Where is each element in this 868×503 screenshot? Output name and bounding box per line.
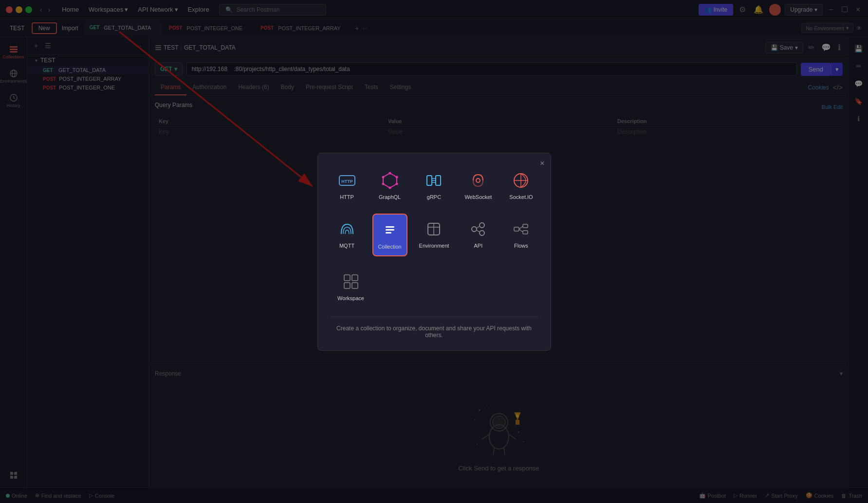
panel-more-button[interactable]: ··· <box>134 41 144 51</box>
tab-headers[interactable]: Headers (6) <box>232 80 275 95</box>
sidebar-item-environments[interactable]: Environments <box>2 65 25 88</box>
notification-icon[interactable]: 🔔 <box>752 3 765 16</box>
request-get-total-data[interactable]: GET GET_TOTAL_DATA <box>27 66 148 74</box>
status-online[interactable]: Online <box>6 493 27 499</box>
url-input[interactable] <box>186 62 797 76</box>
right-comment-icon[interactable]: 💬 <box>851 76 867 91</box>
modal-item-flows[interactable]: Flows <box>503 214 538 256</box>
svg-point-15 <box>493 416 505 429</box>
nav-api-network[interactable]: API Network ▾ <box>134 4 182 15</box>
svg-point-31 <box>388 172 391 174</box>
status-start-proxy[interactable]: ↗ Start Proxy <box>765 492 797 499</box>
search-bar[interactable]: 🔍 Search Postman <box>219 4 326 16</box>
invite-button[interactable]: 👥 Invite <box>699 4 734 16</box>
find-replace-icon: ⊕ <box>35 492 39 499</box>
window-close-icon[interactable]: × <box>854 3 862 16</box>
status-find-replace[interactable]: ⊕ Find and replace <box>35 492 81 499</box>
svg-point-42 <box>476 179 480 182</box>
window-restore-icon[interactable]: ☐ <box>839 3 850 16</box>
tab-settings[interactable]: Settings <box>384 80 417 95</box>
modal-item-grpc[interactable]: gRPC <box>415 165 453 206</box>
bulk-edit-link[interactable]: Bulk Edit <box>822 104 843 110</box>
env-selector[interactable]: No Environment ▾ <box>801 23 853 33</box>
tab-params[interactable]: Params <box>155 80 186 95</box>
tab-method-get: GET <box>88 24 101 31</box>
tab-name: POST_INTEGER_ONE <box>186 25 242 31</box>
window-minimize-icon[interactable]: − <box>827 3 835 16</box>
modal-item-websocket[interactable]: WebSocket <box>461 165 496 206</box>
search-placeholder: Search Postman <box>237 6 280 13</box>
nav-explore[interactable]: Explore <box>184 4 213 15</box>
code-icon[interactable]: </> <box>833 84 843 91</box>
modal-close-button[interactable]: × <box>540 159 544 168</box>
send-button[interactable]: Send <box>801 63 831 76</box>
eye-icon[interactable]: 👁 <box>854 23 864 34</box>
method-selector[interactable]: GET ▾ <box>155 62 183 76</box>
tab-get-total-data[interactable]: GET GET_TOTAL_DATA × <box>83 21 162 36</box>
settings-icon[interactable]: ⚙ <box>737 3 748 16</box>
modal-item-graphql[interactable]: GraphQL <box>372 165 407 206</box>
key-input[interactable] <box>159 128 380 135</box>
cookies-link[interactable]: Cookies <box>808 84 829 91</box>
nav-home[interactable]: Home <box>58 4 83 15</box>
modal-item-http[interactable]: HTTP HTTP <box>330 165 365 206</box>
value-input[interactable] <box>388 128 609 135</box>
status-trash[interactable]: 🗑 Trash <box>841 493 862 499</box>
tab-post-integer-one[interactable]: POST POST_INTEGER_ONE × <box>163 21 253 36</box>
right-save-icon[interactable]: 💾 <box>851 41 867 56</box>
tab-pre-request[interactable]: Pre-request Script <box>300 80 359 95</box>
new-button[interactable]: New <box>32 22 57 34</box>
panel-add-button[interactable]: + <box>32 41 40 51</box>
svg-rect-56 <box>514 227 519 231</box>
proxy-icon: ↗ <box>765 492 769 499</box>
modal-item-socketio[interactable]: Socket.IO <box>503 165 538 206</box>
comment-icon[interactable]: 💬 <box>819 41 833 54</box>
save-button[interactable]: 💾 Save ▾ <box>765 42 803 54</box>
tab-add-button[interactable]: + <box>352 23 362 33</box>
modal-item-workspace[interactable]: Workspace <box>333 266 369 307</box>
svg-rect-13 <box>155 49 161 50</box>
response-collapse-icon[interactable]: ▾ <box>840 370 843 377</box>
tab-more-button[interactable]: ··· <box>363 25 368 32</box>
tab-tests[interactable]: Tests <box>359 80 384 95</box>
nav-back[interactable]: ‹ <box>38 5 44 15</box>
breadcrumb: TEST / GET_TOTAL_DATA <box>155 44 762 51</box>
close-button[interactable]: × <box>6 6 13 13</box>
tab-post-integer-array[interactable]: POST POST_INTEGER_ARRAY × <box>254 21 351 36</box>
modal-item-environment[interactable]: Environment <box>415 214 453 256</box>
edit-icon[interactable]: ✏ <box>806 41 816 54</box>
nav-forward[interactable]: › <box>46 5 53 15</box>
send-dropdown-button[interactable]: ▾ <box>831 63 843 76</box>
sidebar-item-history[interactable]: History <box>2 90 25 112</box>
maximize-button[interactable]: + <box>25 6 32 13</box>
right-info-icon[interactable]: ℹ <box>851 111 867 126</box>
svg-point-25 <box>517 431 519 433</box>
description-input[interactable] <box>617 128 839 135</box>
import-button[interactable]: Import <box>58 23 82 33</box>
right-edit-icon[interactable]: ✏ <box>851 58 867 74</box>
sidebar-item-collections[interactable]: Collections <box>2 41 25 63</box>
sidebar-item-mock[interactable] <box>2 467 25 484</box>
collection-test[interactable]: ▾ TEST <box>27 55 148 66</box>
modal-item-collection[interactable]: Collection <box>372 214 407 256</box>
tab-body[interactable]: Body <box>275 80 300 95</box>
request-method-post2: POST <box>43 85 56 90</box>
request-post-integer-one[interactable]: POST POST_INTEGER_ONE <box>27 83 148 92</box>
tab-authorization[interactable]: Authorization <box>186 80 232 95</box>
status-runner[interactable]: ▷ Runner <box>734 492 757 499</box>
status-console[interactable]: ▷ Console <box>89 492 114 499</box>
minimize-button[interactable]: − <box>16 6 22 13</box>
empty-response-text: Click Send to get a response <box>458 465 539 472</box>
modal-item-mqtt[interactable]: MQTT <box>330 214 365 256</box>
modal-item-api[interactable]: API <box>461 214 496 256</box>
info-icon[interactable]: ℹ <box>836 41 843 54</box>
svg-line-18 <box>509 434 516 439</box>
upgrade-button[interactable]: Upgrade ▾ <box>785 4 823 16</box>
invite-icon: 👥 <box>704 6 712 13</box>
right-bookmark-icon[interactable]: 🔖 <box>851 93 867 109</box>
status-cookies[interactable]: 🍪 Cookies <box>806 492 834 499</box>
nav-workspaces[interactable]: Workspaces ▾ <box>85 4 132 15</box>
panel-filter-button[interactable]: ☰ <box>43 41 53 51</box>
request-post-integer-array[interactable]: POST POST_INTEGER_ARRAY <box>27 74 148 83</box>
status-postbot[interactable]: 🤖 Postbot <box>699 492 726 499</box>
